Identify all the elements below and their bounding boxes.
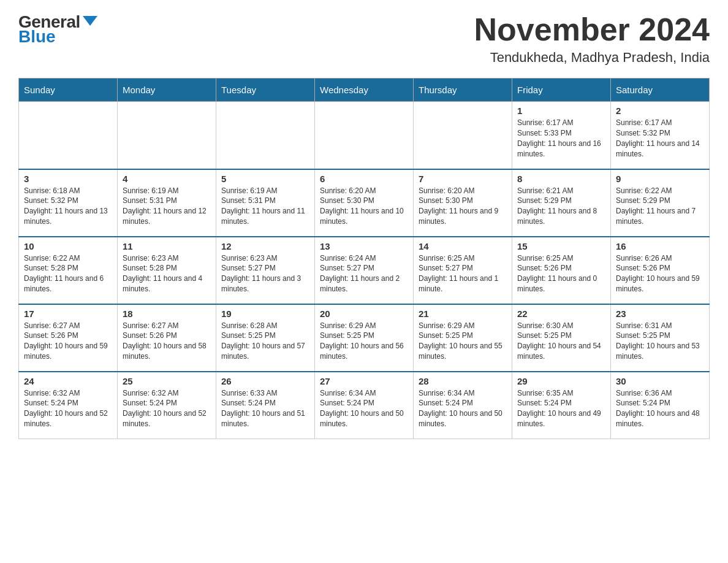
calendar-day-cell: 21Sunrise: 6:29 AMSunset: 5:25 PMDayligh… xyxy=(414,304,512,372)
calendar-day-cell xyxy=(315,102,414,169)
calendar-day-cell: 22Sunrise: 6:30 AMSunset: 5:25 PMDayligh… xyxy=(512,304,611,372)
calendar-day-cell xyxy=(414,102,512,169)
day-number: 2 xyxy=(616,105,704,116)
calendar-day-cell: 7Sunrise: 6:20 AMSunset: 5:30 PMDaylight… xyxy=(414,169,512,237)
calendar-day-cell: 1Sunrise: 6:17 AMSunset: 5:33 PMDaylight… xyxy=(512,102,611,169)
day-info: Sunrise: 6:27 AMSunset: 5:26 PMDaylight:… xyxy=(123,321,211,362)
day-number: 18 xyxy=(123,308,211,319)
day-number: 19 xyxy=(221,308,309,319)
calendar-day-cell: 13Sunrise: 6:24 AMSunset: 5:27 PMDayligh… xyxy=(315,237,414,304)
day-number: 16 xyxy=(616,241,704,251)
calendar-day-cell: 30Sunrise: 6:36 AMSunset: 5:24 PMDayligh… xyxy=(611,372,710,439)
day-number: 21 xyxy=(419,308,507,319)
day-info: Sunrise: 6:34 AMSunset: 5:24 PMDaylight:… xyxy=(320,388,408,429)
day-info: Sunrise: 6:19 AMSunset: 5:31 PMDaylight:… xyxy=(123,186,211,227)
header-wednesday: Wednesday xyxy=(315,79,414,102)
calendar-day-cell: 4Sunrise: 6:19 AMSunset: 5:31 PMDaylight… xyxy=(118,169,216,237)
calendar-day-cell: 19Sunrise: 6:28 AMSunset: 5:25 PMDayligh… xyxy=(216,304,315,372)
calendar-day-cell: 16Sunrise: 6:26 AMSunset: 5:26 PMDayligh… xyxy=(611,237,710,304)
weekday-header-row: Sunday Monday Tuesday Wednesday Thursday… xyxy=(19,79,710,102)
calendar-week-row: 3Sunrise: 6:18 AMSunset: 5:32 PMDaylight… xyxy=(19,169,710,237)
calendar-day-cell: 28Sunrise: 6:34 AMSunset: 5:24 PMDayligh… xyxy=(414,372,512,439)
day-info: Sunrise: 6:24 AMSunset: 5:27 PMDaylight:… xyxy=(320,253,408,294)
day-info: Sunrise: 6:17 AMSunset: 5:32 PMDaylight:… xyxy=(616,118,704,159)
day-number: 3 xyxy=(24,174,112,184)
day-number: 29 xyxy=(517,376,605,386)
day-info: Sunrise: 6:25 AMSunset: 5:26 PMDaylight:… xyxy=(517,253,605,294)
calendar-day-cell: 6Sunrise: 6:20 AMSunset: 5:30 PMDaylight… xyxy=(315,169,414,237)
day-number: 23 xyxy=(616,308,704,319)
calendar-day-cell: 8Sunrise: 6:21 AMSunset: 5:29 PMDaylight… xyxy=(512,169,611,237)
calendar-day-cell xyxy=(216,102,315,169)
day-info: Sunrise: 6:29 AMSunset: 5:25 PMDaylight:… xyxy=(320,321,408,362)
calendar-day-cell: 23Sunrise: 6:31 AMSunset: 5:25 PMDayligh… xyxy=(611,304,710,372)
calendar-day-cell: 26Sunrise: 6:33 AMSunset: 5:24 PMDayligh… xyxy=(216,372,315,439)
day-number: 12 xyxy=(221,241,309,251)
calendar-table: Sunday Monday Tuesday Wednesday Thursday… xyxy=(18,78,710,439)
calendar-day-cell: 29Sunrise: 6:35 AMSunset: 5:24 PMDayligh… xyxy=(512,372,611,439)
calendar-day-cell: 10Sunrise: 6:22 AMSunset: 5:28 PMDayligh… xyxy=(19,237,118,304)
day-number: 13 xyxy=(320,241,408,251)
calendar-day-cell: 2Sunrise: 6:17 AMSunset: 5:32 PMDaylight… xyxy=(611,102,710,169)
day-info: Sunrise: 6:17 AMSunset: 5:33 PMDaylight:… xyxy=(517,118,605,159)
day-info: Sunrise: 6:23 AMSunset: 5:27 PMDaylight:… xyxy=(221,253,309,294)
calendar-day-cell: 11Sunrise: 6:23 AMSunset: 5:28 PMDayligh… xyxy=(118,237,216,304)
day-number: 5 xyxy=(221,174,309,184)
header-monday: Monday xyxy=(118,79,216,102)
calendar-day-cell: 12Sunrise: 6:23 AMSunset: 5:27 PMDayligh… xyxy=(216,237,315,304)
day-info: Sunrise: 6:32 AMSunset: 5:24 PMDaylight:… xyxy=(123,388,211,429)
header-friday: Friday xyxy=(512,79,611,102)
day-number: 28 xyxy=(419,376,507,386)
day-number: 11 xyxy=(123,241,211,251)
day-info: Sunrise: 6:20 AMSunset: 5:30 PMDaylight:… xyxy=(320,186,408,227)
calendar-day-cell: 17Sunrise: 6:27 AMSunset: 5:26 PMDayligh… xyxy=(19,304,118,372)
calendar-week-row: 1Sunrise: 6:17 AMSunset: 5:33 PMDaylight… xyxy=(19,102,710,169)
calendar-day-cell: 27Sunrise: 6:34 AMSunset: 5:24 PMDayligh… xyxy=(315,372,414,439)
header-tuesday: Tuesday xyxy=(216,79,315,102)
day-info: Sunrise: 6:33 AMSunset: 5:24 PMDaylight:… xyxy=(221,388,309,429)
day-info: Sunrise: 6:30 AMSunset: 5:25 PMDaylight:… xyxy=(517,321,605,362)
day-number: 1 xyxy=(517,105,605,116)
calendar-day-cell: 14Sunrise: 6:25 AMSunset: 5:27 PMDayligh… xyxy=(414,237,512,304)
day-number: 14 xyxy=(419,241,507,251)
calendar-day-cell xyxy=(118,102,216,169)
day-info: Sunrise: 6:28 AMSunset: 5:25 PMDaylight:… xyxy=(221,321,309,362)
day-info: Sunrise: 6:18 AMSunset: 5:32 PMDaylight:… xyxy=(24,186,112,227)
title-area: November 2024 Tendukheda, Madhya Pradesh… xyxy=(474,12,710,66)
day-info: Sunrise: 6:34 AMSunset: 5:24 PMDaylight:… xyxy=(419,388,507,429)
calendar-day-cell: 5Sunrise: 6:19 AMSunset: 5:31 PMDaylight… xyxy=(216,169,315,237)
day-info: Sunrise: 6:26 AMSunset: 5:26 PMDaylight:… xyxy=(616,253,704,294)
logo-triangle-icon xyxy=(83,16,97,26)
location-text: Tendukheda, Madhya Pradesh, India xyxy=(474,50,710,66)
day-number: 25 xyxy=(123,376,211,386)
day-info: Sunrise: 6:31 AMSunset: 5:25 PMDaylight:… xyxy=(616,321,704,362)
day-number: 22 xyxy=(517,308,605,319)
header-saturday: Saturday xyxy=(611,79,710,102)
header-thursday: Thursday xyxy=(414,79,512,102)
page-header: General Blue November 2024 Tendukheda, M… xyxy=(18,12,710,66)
day-info: Sunrise: 6:20 AMSunset: 5:30 PMDaylight:… xyxy=(419,186,507,227)
day-info: Sunrise: 6:19 AMSunset: 5:31 PMDaylight:… xyxy=(221,186,309,227)
calendar-day-cell: 20Sunrise: 6:29 AMSunset: 5:25 PMDayligh… xyxy=(315,304,414,372)
day-number: 4 xyxy=(123,174,211,184)
calendar-week-row: 10Sunrise: 6:22 AMSunset: 5:28 PMDayligh… xyxy=(19,237,710,304)
calendar-week-row: 17Sunrise: 6:27 AMSunset: 5:26 PMDayligh… xyxy=(19,304,710,372)
day-number: 30 xyxy=(616,376,704,386)
calendar-day-cell: 24Sunrise: 6:32 AMSunset: 5:24 PMDayligh… xyxy=(19,372,118,439)
calendar-day-cell: 15Sunrise: 6:25 AMSunset: 5:26 PMDayligh… xyxy=(512,237,611,304)
day-info: Sunrise: 6:29 AMSunset: 5:25 PMDaylight:… xyxy=(419,321,507,362)
header-sunday: Sunday xyxy=(19,79,118,102)
day-number: 15 xyxy=(517,241,605,251)
day-number: 27 xyxy=(320,376,408,386)
day-number: 17 xyxy=(24,308,112,319)
logo-blue-text: Blue xyxy=(18,27,56,47)
calendar-week-row: 24Sunrise: 6:32 AMSunset: 5:24 PMDayligh… xyxy=(19,372,710,439)
day-number: 20 xyxy=(320,308,408,319)
calendar-day-cell: 3Sunrise: 6:18 AMSunset: 5:32 PMDaylight… xyxy=(19,169,118,237)
day-number: 10 xyxy=(24,241,112,251)
day-info: Sunrise: 6:32 AMSunset: 5:24 PMDaylight:… xyxy=(24,388,112,429)
day-number: 6 xyxy=(320,174,408,184)
calendar-day-cell: 18Sunrise: 6:27 AMSunset: 5:26 PMDayligh… xyxy=(118,304,216,372)
day-info: Sunrise: 6:25 AMSunset: 5:27 PMDaylight:… xyxy=(419,253,507,294)
calendar-day-cell: 9Sunrise: 6:22 AMSunset: 5:29 PMDaylight… xyxy=(611,169,710,237)
